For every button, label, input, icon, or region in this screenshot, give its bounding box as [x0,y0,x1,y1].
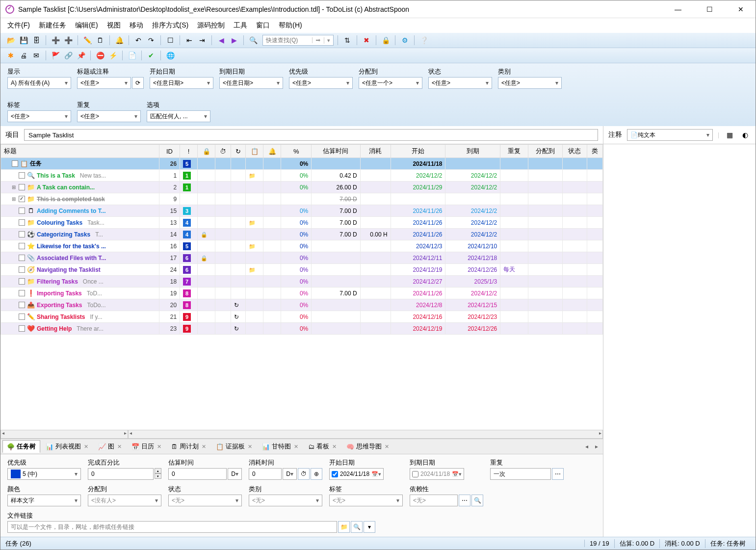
pin-icon[interactable]: 📌 [76,50,86,61]
prop-tags-select[interactable]: <无> [329,495,403,506]
filter-priority-select[interactable]: <任意> [289,77,353,89]
find-icon[interactable]: 🔍 [248,35,259,46]
search-input[interactable] [263,37,312,44]
menu-edit[interactable]: 编辑(E) [75,21,98,30]
tab-close-button[interactable]: ✕ [157,444,161,450]
comment-icon[interactable]: 🗒 [95,35,105,46]
calendar-icon[interactable]: 📅▾ [371,471,381,477]
task-checkbox[interactable] [19,278,25,285]
filter-options-select[interactable]: 匹配任何人, ... [147,110,210,122]
task-checkbox[interactable] [19,290,25,296]
select-icon[interactable]: ☐ [165,35,176,46]
expander-button[interactable]: ⊞ [11,196,17,202]
filter-show-select[interactable]: A) 所有任务(A) [7,77,71,89]
startdate-checkbox[interactable] [332,471,338,477]
reminder-icon[interactable]: 🔔 [114,35,125,46]
bolt-icon[interactable]: ⚡ [107,50,118,61]
col-status[interactable]: 状态 [562,145,587,158]
prop-duedate-input[interactable]: 2024/11/18📅▾ [410,468,464,480]
next-icon[interactable]: ▶ [229,35,239,46]
filter-category-select[interactable]: <任意> [498,77,562,89]
tab-close-button[interactable]: ✕ [294,444,298,450]
prop-pct-input[interactable]: 0 [88,468,154,480]
sort-icon[interactable]: ⇅ [342,35,353,46]
settings-icon[interactable]: ⚙ [399,35,410,46]
col-pct[interactable]: % [281,145,312,158]
globe-icon[interactable]: 🌐 [165,50,176,61]
prop-filelink-input[interactable] [7,521,337,533]
filter-title-refresh-button[interactable]: ⟳ [132,77,144,89]
prop-spent-unit[interactable]: D [283,468,297,480]
moveright-icon[interactable]: ⇥ [197,35,208,46]
redo-icon[interactable]: ↷ [146,35,156,46]
task-row[interactable]: ⚽Categorizing TasksT... 14 4 🔒 0% 7.00 D… [1,229,603,240]
task-row[interactable]: ❤️Getting HelpThere ar... 23 9 ↻ 0% 2024… [1,323,603,335]
stop-icon[interactable]: ⛔ [95,50,105,61]
repeat-more-button[interactable]: ⋯ [552,468,564,480]
task-checkbox[interactable] [12,160,18,167]
pct-down-button[interactable]: ▾ [155,473,161,479]
task-row[interactable]: ✏️Sharing TasklistsIf y... 21 9 ↻ 0% 202… [1,311,603,323]
task-row[interactable]: 🗒Adding Comments to T... 15 3 0% 7.00 D … [1,205,603,217]
help-icon[interactable]: ❔ [418,35,429,46]
saveall-icon[interactable]: 🗄 [31,35,42,46]
moveleft-icon[interactable]: ⇤ [184,35,195,46]
minimize-button[interactable]: — [668,2,688,16]
task-checkbox[interactable] [19,243,25,249]
prop-est-unit[interactable]: D [228,468,242,480]
filter-status-select[interactable]: <任意> [428,77,492,89]
tab-close-button[interactable]: ✕ [385,444,389,450]
project-input[interactable] [24,129,598,141]
expander-button[interactable]: ⊞ [11,184,17,190]
menu-file[interactable]: 文件(F) [7,21,30,30]
col-recur[interactable]: ↻ [231,145,246,158]
menu-tools[interactable]: 工具 [234,21,247,30]
task-row[interactable]: 📁Filtering TasksOnce ... 18 7 0% 2024/12… [1,276,603,288]
tab-close-button[interactable]: ✕ [117,444,122,450]
view-tab[interactable]: 📊列表视图✕ [41,440,93,453]
filter-startdate-select[interactable]: <任意日期> [150,77,213,89]
task-row[interactable]: 📎Associated Files with T... 17 6 🔒 0% 20… [1,252,603,264]
close-button[interactable]: ✕ [731,2,751,16]
view-tab[interactable]: 📋证据板✕ [211,440,257,453]
filelink-search-button[interactable]: 🔍 [351,521,363,533]
comments-btn1[interactable]: ▦ [724,130,735,140]
prev-icon[interactable]: ◀ [216,35,227,46]
task-checkbox[interactable] [19,325,25,332]
col-priority[interactable]: ! [180,145,198,158]
timer-button[interactable]: ⏱ [298,468,310,480]
maximize-button[interactable]: ☐ [700,2,719,16]
task-checkbox[interactable] [19,314,25,320]
task-row[interactable]: ⭐Likewise for the task's ... 16 5 📁 0% 2… [1,240,603,252]
filelink-dropdown-button[interactable]: ▾ [364,521,375,533]
flag-icon[interactable]: 🚩 [50,50,61,61]
prop-repeat-input[interactable]: 一次 [490,468,551,480]
col-id[interactable]: ID [159,145,180,158]
view-tab[interactable]: 📅日历✕ [127,440,166,453]
save-icon[interactable]: 💾 [18,35,29,46]
prop-startdate-input[interactable]: 2024/11/18📅▾ [329,468,384,480]
duedate-checkbox[interactable] [412,471,418,477]
task-row[interactable]: 📁Colouring TasksTask... 13 4 📁 0% 7.00 D… [1,217,603,229]
print-icon[interactable]: 🖨 [18,50,29,61]
task-row[interactable]: ⊞📁This is a completed task 9 7.00 D [1,193,603,205]
prop-color-select[interactable]: 样本文字 [7,495,81,506]
filelink-browse-button[interactable]: 📁 [338,521,350,533]
tab-close-button[interactable]: ✕ [202,444,206,450]
menu-sort[interactable]: 排序方式(S) [152,21,189,30]
link-icon[interactable]: 🔗 [63,50,74,61]
menu-window[interactable]: 窗口 [256,21,270,30]
hscroll-right[interactable] [128,430,603,439]
view-tab[interactable]: 🧠思维导图✕ [342,440,393,453]
task-row[interactable]: ⊞📁A Task can contain... 2 1 0% 26.00 D 2… [1,182,603,193]
check-icon[interactable]: ✔ [146,50,156,61]
task-checkbox[interactable] [19,266,25,273]
col-start[interactable]: 开始 [391,145,445,158]
col-est[interactable]: 估算时间 [312,145,360,158]
view-tab[interactable]: 🗓周计划✕ [167,440,210,453]
col-due[interactable]: 到期 [445,145,500,158]
task-checkbox[interactable] [19,219,25,226]
filter-tags-select[interactable]: <任意> [7,110,71,122]
filter-allocto-select[interactable]: <任意一个> [359,77,422,89]
newsubtask-icon[interactable]: ➕ [63,35,74,46]
